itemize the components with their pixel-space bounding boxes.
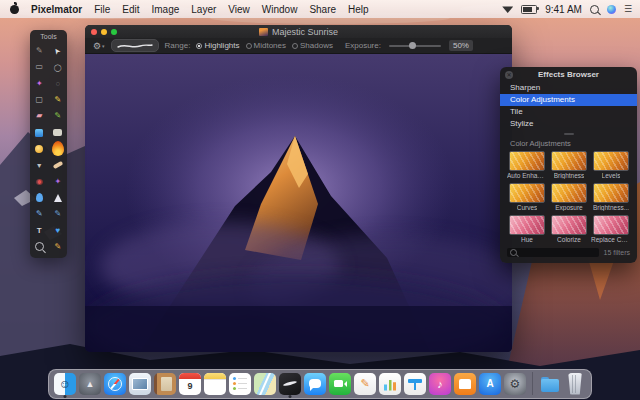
siri-icon[interactable] <box>607 5 616 14</box>
magic-wand-tool-icon[interactable]: ✦ <box>30 76 49 91</box>
effects-search-input[interactable] <box>519 249 596 256</box>
dock-item-safari[interactable] <box>104 373 126 395</box>
filter-curves[interactable]: Curves <box>507 183 547 212</box>
filter-thumbnail <box>593 151 629 171</box>
dock-item-messages[interactable] <box>304 373 326 395</box>
brush-stroke-preview[interactable] <box>111 39 159 52</box>
filter-levels[interactable]: Levels <box>591 151 631 180</box>
filter-colorize[interactable]: Colorize <box>551 215 587 244</box>
filter-exposure[interactable]: Exposure <box>551 183 587 212</box>
filter-brightness[interactable]: Brightness <box>551 151 587 180</box>
color-sampler-tool-icon[interactable]: ✎ <box>49 239 68 254</box>
freeform-pen-tool-icon[interactable]: ✎ <box>49 207 68 222</box>
apple-menu-icon[interactable] <box>10 5 19 14</box>
radio-shadows[interactable] <box>292 43 298 49</box>
effects-browser-header[interactable]: ✕ Effects Browser <box>500 67 637 82</box>
clone-stamp-tool-icon[interactable]: ▼ <box>30 158 49 173</box>
crop-tool-icon[interactable]: ▢ <box>30 93 49 108</box>
sponge-tool-icon[interactable] <box>49 125 68 140</box>
burn-tool-icon[interactable] <box>49 141 68 156</box>
menu-help[interactable]: Help <box>348 4 369 15</box>
red-eye-tool-icon[interactable]: ◉ <box>30 174 49 189</box>
type-tool-icon[interactable]: T <box>30 223 49 238</box>
shape-tool-icon[interactable]: ♥ <box>49 223 68 238</box>
dock-item-launchpad[interactable]: ▲ <box>79 373 101 395</box>
dock-item-maps[interactable] <box>254 373 276 395</box>
window-titlebar[interactable]: Majestic Sunrise <box>85 25 512 38</box>
dock-item-pixelmator[interactable] <box>279 373 301 395</box>
dock-item-mail[interactable] <box>129 373 151 395</box>
filter-hue[interactable]: Hue <box>507 215 547 244</box>
dock-item-itunes[interactable]: ♪ <box>429 373 451 395</box>
menu-layer[interactable]: Layer <box>191 4 216 15</box>
dock-item-contacts[interactable] <box>154 373 176 395</box>
menu-clock[interactable]: 9:41 AM <box>545 4 582 15</box>
ellipse-marquee-tool-icon[interactable]: ◯ <box>49 60 68 75</box>
tool-settings-menu[interactable]: ⚙▾ <box>93 41 105 51</box>
filter-auto-enhance[interactable]: Auto Enhance <box>507 151 547 180</box>
rect-marquee-tool-icon[interactable]: ▭ <box>30 60 49 75</box>
dodge-tool-icon[interactable] <box>30 141 49 156</box>
dock-item-numbers[interactable] <box>379 373 401 395</box>
dock-item-calendar[interactable]: 9 <box>179 373 201 395</box>
spotlight-search-icon[interactable] <box>590 5 599 14</box>
menu-share[interactable]: Share <box>309 4 336 15</box>
category-stylize[interactable]: Stylize <box>500 118 637 130</box>
dock-item-finder[interactable]: ☺ <box>54 373 76 395</box>
exposure-slider[interactable] <box>389 45 441 47</box>
menu-view[interactable]: View <box>228 4 250 15</box>
range-option-midtones[interactable]: Midtones <box>246 41 286 50</box>
dock-item-reminders[interactable] <box>229 373 251 395</box>
move-tool-icon[interactable]: ➤ <box>49 44 68 59</box>
filter-label: Colorize <box>557 236 581 243</box>
gradient-tool-icon[interactable] <box>30 125 49 140</box>
filter-brightness-more[interactable]: Brightness... <box>591 183 631 212</box>
brush-tool-icon[interactable]: ✎ <box>49 109 68 124</box>
range-option-shadows[interactable]: Shadows <box>292 41 333 50</box>
dock-item-downloads-folder[interactable] <box>539 373 561 395</box>
healing-tool-icon[interactable] <box>49 158 68 173</box>
radio-highlights[interactable] <box>196 43 202 49</box>
dock-item-app-store[interactable]: A <box>479 373 501 395</box>
keynote-icon <box>404 373 426 395</box>
filter-replace-color[interactable]: Replace Color <box>591 215 631 244</box>
menu-pixelmator[interactable]: Pixelmator <box>31 4 82 15</box>
battery-icon[interactable] <box>521 5 537 14</box>
pen-tool-icon[interactable]: ✎ <box>30 207 49 222</box>
close-icon[interactable]: ✕ <box>505 71 513 79</box>
dock-item-notes[interactable] <box>204 373 226 395</box>
dock-item-trash[interactable] <box>564 373 586 395</box>
dock-item-pages[interactable]: ✎ <box>354 373 376 395</box>
radio-midtones[interactable] <box>246 43 252 49</box>
category-sharpen[interactable]: Sharpen <box>500 82 637 94</box>
panel-resize-handle[interactable] <box>500 130 637 137</box>
category-color-adjustments[interactable]: Color Adjustments <box>500 94 637 106</box>
menu-file[interactable]: File <box>94 4 110 15</box>
category-tile[interactable]: Tile <box>500 106 637 118</box>
eraser-tool-icon[interactable]: ▰ <box>30 109 49 124</box>
dock-item-facetime[interactable] <box>329 373 351 395</box>
wifi-icon[interactable] <box>502 5 513 13</box>
lasso-tool-icon[interactable]: ◌ <box>49 76 68 91</box>
paint-tool-icon[interactable]: ✎ <box>30 44 49 59</box>
menu-edit[interactable]: Edit <box>122 4 139 15</box>
range-option-highlights[interactable]: Highlights <box>196 41 239 50</box>
menu-image[interactable]: Image <box>152 4 180 15</box>
sharpen-tool-icon[interactable] <box>49 190 68 205</box>
search-icon <box>510 249 517 256</box>
zoom-tool-icon[interactable] <box>30 239 49 254</box>
notification-center-icon[interactable]: ☰ <box>624 5 632 14</box>
dock-item-system-preferences[interactable]: ⚙ <box>504 373 526 395</box>
canvas-area[interactable] <box>85 54 512 352</box>
exposure-value[interactable]: 50% <box>449 40 473 51</box>
exposure-slider-knob[interactable] <box>409 42 416 49</box>
dock-separator <box>532 372 533 395</box>
pencil-tool-icon[interactable]: ✎ <box>49 93 68 108</box>
effects-wand-tool-icon[interactable]: ✦ <box>49 174 68 189</box>
effects-category-list: Sharpen Color Adjustments Tile Stylize <box>500 82 637 130</box>
dock-item-keynote[interactable] <box>404 373 426 395</box>
menu-window[interactable]: Window <box>262 4 298 15</box>
blur-tool-icon[interactable] <box>30 190 49 205</box>
effects-search-field[interactable] <box>507 248 599 257</box>
dock-item-ibooks[interactable] <box>454 373 476 395</box>
